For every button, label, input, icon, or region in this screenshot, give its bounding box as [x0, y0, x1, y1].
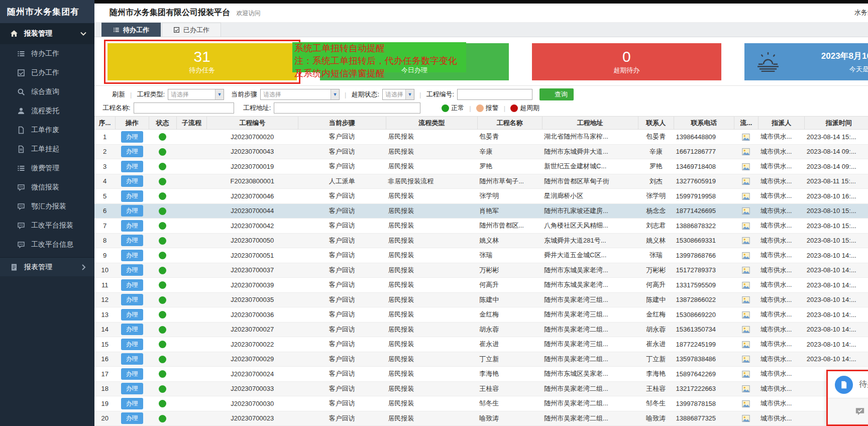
- handle-button[interactable]: 办理: [121, 398, 143, 409]
- handle-button[interactable]: 办理: [121, 309, 143, 321]
- column-header[interactable]: 状态: [149, 117, 176, 130]
- table-row[interactable]: 16办理J20230700029客户回访居民报装丁立新随州市吴家老湾二组...丁…: [94, 352, 868, 367]
- table-row[interactable]: 15办理J20230700022客户回访居民报装崔永进随州市吴家老湾三组...崔…: [94, 337, 868, 352]
- handle-button[interactable]: 办理: [121, 190, 143, 202]
- column-header[interactable]: 流程类型: [386, 117, 477, 130]
- sidebar-item-install-mgmt[interactable]: 报装管理: [0, 23, 94, 44]
- handle-button[interactable]: 办理: [121, 368, 143, 380]
- table-row[interactable]: 20办理J20230700023客户回访居民报装喻致涛随州市吴家老湾二组...喻…: [94, 411, 868, 426]
- column-header[interactable]: 联系电话: [674, 117, 734, 130]
- image-icon[interactable]: [742, 355, 750, 363]
- image-icon[interactable]: [742, 370, 750, 378]
- sidebar-item-order-suspend[interactable]: 工单挂起: [0, 140, 94, 159]
- sidebar-item-pending-work[interactable]: 待办工作: [0, 44, 94, 63]
- image-icon[interactable]: [742, 177, 750, 185]
- table-row[interactable]: 12办理J20230700035客户回访居民报装陈建中随州市吴家老湾三组...陈…: [94, 292, 868, 307]
- handle-button[interactable]: 办理: [121, 279, 143, 291]
- user-menu[interactable]: 水务集团客户服务中心 ▼ 水: [854, 5, 868, 20]
- tab-pending[interactable]: 待办工作: [101, 23, 161, 37]
- table-row[interactable]: 1办理J20230700020客户回访居民报装包晏青湖北省随州市马家榨...包晏…: [94, 130, 868, 145]
- sidebar-item-gongai-install[interactable]: 工改平台报装: [0, 216, 94, 235]
- image-icon[interactable]: [742, 237, 750, 245]
- handle-button[interactable]: 办理: [121, 161, 143, 172]
- table-row[interactable]: 3办理J20230700019客户回访居民报装罗艳新世纪五金建材城C...罗艳1…: [94, 159, 868, 174]
- handle-button[interactable]: 办理: [121, 264, 143, 276]
- image-icon[interactable]: [742, 133, 750, 141]
- handle-button[interactable]: 办理: [121, 146, 143, 157]
- handle-button[interactable]: 办理: [121, 412, 143, 424]
- project-code-input[interactable]: [457, 89, 532, 100]
- column-header[interactable]: 操作: [115, 117, 149, 130]
- handle-button[interactable]: 办理: [121, 339, 143, 350]
- table-row[interactable]: 17办理J20230700024客户回访居民报装李海艳随州市东城区吴家老...李…: [94, 367, 868, 382]
- table-row[interactable]: 19办理J20230700030客户回访居民报装邹冬生随州市吴家老湾二组...邹…: [94, 396, 868, 411]
- column-header[interactable]: 当前步骤: [298, 117, 386, 130]
- card-date-card[interactable]: 2023年8月16日 16:59:08今天是星期三: [744, 43, 868, 80]
- handle-button[interactable]: 办理: [121, 324, 143, 335]
- project-name-input[interactable]: [134, 102, 234, 114]
- search-button[interactable]: 查询: [539, 88, 574, 100]
- column-header[interactable]: 子流程: [176, 117, 206, 130]
- column-header[interactable]: 指派人: [758, 117, 805, 130]
- handle-button[interactable]: 办理: [121, 205, 143, 217]
- handle-button[interactable]: 办理: [121, 235, 143, 246]
- table-row[interactable]: 10办理J20230700037客户回访居民报装万彬彬随州市东城吴家老湾...万…: [94, 263, 868, 278]
- table-row[interactable]: 7办理J20230700042客户回访居民报装随州市曾都区...八角楼社区天风精…: [94, 219, 868, 234]
- handle-button[interactable]: 办理: [121, 175, 143, 187]
- refresh-button[interactable]: 刷新: [102, 90, 125, 99]
- popup-item-pending-flow[interactable]: 待办流程1: [828, 371, 868, 398]
- image-icon[interactable]: [742, 281, 750, 289]
- image-icon[interactable]: [742, 266, 750, 274]
- sidebar-item-order-void[interactable]: 工单作废: [0, 121, 94, 140]
- sidebar-item-ehuiban-install[interactable]: 鄂汇办报装: [0, 197, 94, 216]
- table-row[interactable]: 4办理F20230800001人工派单非居民报装流程随州市草甸子...随州市曾都…: [94, 174, 868, 189]
- image-icon[interactable]: [742, 222, 750, 230]
- column-header[interactable]: 工程编号: [206, 117, 298, 130]
- image-icon[interactable]: [742, 192, 750, 200]
- image-icon[interactable]: [742, 252, 750, 260]
- image-icon[interactable]: [742, 207, 750, 215]
- column-header[interactable]: 工程名称: [477, 117, 542, 130]
- current-step-select[interactable]: 请选择 ▼: [260, 89, 340, 100]
- sidebar-item-gongai-info[interactable]: 工改平台信息: [0, 235, 94, 254]
- column-header[interactable]: 工程地址: [542, 117, 638, 130]
- image-icon[interactable]: [742, 414, 750, 422]
- table-row[interactable]: 18办理J20230700033客户回访居民报装王桂容随州市吴家老湾二组...王…: [94, 381, 868, 396]
- image-icon[interactable]: [742, 341, 750, 349]
- image-icon[interactable]: [742, 400, 750, 408]
- table-row[interactable]: 2办理J20230700043客户回访居民报装辛康随州市东城舜井大道...辛康1…: [94, 144, 868, 159]
- image-icon[interactable]: [742, 296, 750, 304]
- card-overdue-pending[interactable]: 0超期待办: [532, 43, 721, 80]
- table-row[interactable]: 6办理J20230700044客户回访居民报装肖艳军随州市孔家坡还建房...杨念…: [94, 203, 868, 219]
- handle-button[interactable]: 办理: [121, 131, 143, 143]
- sidebar-item-done-work[interactable]: 已办工作: [0, 63, 94, 82]
- column-header[interactable]: 序...: [94, 117, 115, 130]
- handle-button[interactable]: 办理: [121, 250, 143, 261]
- handle-button[interactable]: 办理: [121, 220, 143, 232]
- card-pending-tasks[interactable]: 31待办任务: [107, 43, 297, 80]
- sidebar-item-combined-query[interactable]: 综合查询: [0, 82, 94, 101]
- tab-done[interactable]: 已办工作: [162, 23, 221, 37]
- table-row[interactable]: 8办理J20230700050客户回访居民报装姚义林东城舜井大道281号...姚…: [94, 233, 868, 248]
- column-header[interactable]: 指派时间: [805, 117, 868, 130]
- image-icon[interactable]: [742, 163, 750, 171]
- table-row[interactable]: 5办理J20230700046客户回访居民报装张学明星润廊桥小区张学明15997…: [94, 189, 868, 204]
- sidebar-item-report-mgmt[interactable]: 报表管理: [0, 257, 94, 276]
- image-icon[interactable]: [742, 148, 750, 156]
- project-addr-input[interactable]: [274, 102, 420, 114]
- table-row[interactable]: 13办理J20230700036客户回访居民报装金红梅随州市吴家老湾三组...金…: [94, 307, 868, 323]
- project-type-select[interactable]: 请选择 ▼: [168, 89, 224, 100]
- table-row[interactable]: 11办理J20230700039客户回访居民报装何高升随州市东城吴家老湾...何…: [94, 278, 868, 293]
- sidebar-item-flow-delegate[interactable]: 流程委托: [0, 101, 94, 121]
- image-icon[interactable]: [742, 326, 750, 334]
- column-header[interactable]: 联系人: [638, 117, 674, 130]
- table-row[interactable]: 9办理J20230700051客户回访居民报装张瑞舜井大道五金城C区...张瑞1…: [94, 248, 868, 263]
- sidebar-item-wechat-install[interactable]: 微信报装: [0, 178, 94, 197]
- handle-button[interactable]: 办理: [121, 383, 143, 394]
- image-icon[interactable]: [742, 385, 750, 393]
- handle-button[interactable]: 办理: [121, 353, 143, 365]
- image-icon[interactable]: [742, 311, 750, 319]
- column-header[interactable]: 流...: [734, 117, 758, 130]
- overdue-status-select[interactable]: 请选择 ▼: [382, 89, 414, 100]
- sidebar-item-fee-mgmt[interactable]: 缴费管理: [0, 159, 94, 178]
